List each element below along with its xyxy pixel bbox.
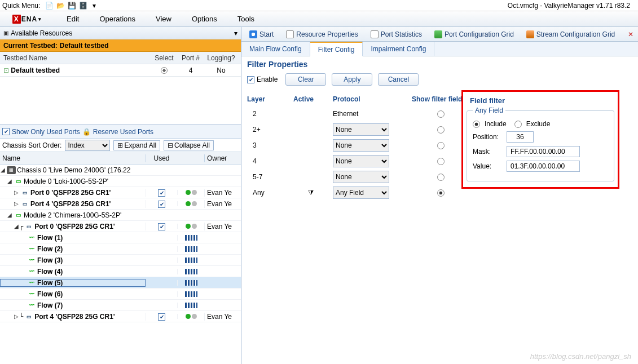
toggle-icon[interactable]: ▷ — [14, 189, 19, 196]
protocol-select[interactable]: None — [333, 171, 389, 183]
tree-label: Flow (3) — [37, 256, 63, 264]
toolbar-start[interactable]: Start — [246, 29, 277, 39]
tree-row[interactable]: 〰Flow (5) — [0, 277, 241, 288]
col-owner: Owner — [204, 154, 237, 162]
protocol-select[interactable]: None — [333, 123, 389, 136]
tree-row[interactable]: ◢▦Chassis 0 'Live Demo 2400G' (176.22 — [0, 165, 241, 176]
testbed-row[interactable]: ⊡ Default testbed 4 No — [0, 64, 241, 77]
port-icon: ▭ — [20, 200, 29, 208]
col-select: Select — [151, 54, 177, 62]
menu-options[interactable]: Options — [182, 15, 227, 23]
toolbar-resource-properties[interactable]: Resource Properties — [283, 29, 361, 39]
flow-icon: 〰 — [27, 301, 36, 309]
active-cell — [293, 137, 333, 153]
tree-label: Flow (6) — [37, 290, 63, 298]
menu-tools[interactable]: Tools — [227, 15, 265, 23]
tree-row[interactable]: ▷└▭Port 4 'QSFP28 25G CR1' Evan Ye — [0, 311, 241, 322]
used-checkbox[interactable] — [158, 313, 165, 321]
position-input[interactable] — [507, 131, 534, 143]
toolbar-port-configuration-grid[interactable]: Port Configuration Grid — [431, 29, 517, 39]
tree-row[interactable]: 〰Flow (4) — [0, 266, 241, 277]
mask-input[interactable] — [507, 146, 580, 157]
used-checkbox[interactable] — [158, 201, 165, 208]
toggle-icon[interactable]: ◢ — [7, 178, 12, 184]
tree-row[interactable]: 〰Flow (3) — [0, 255, 241, 266]
available-resources-header[interactable]: ▣ Available Resources ▾ — [0, 27, 241, 39]
tree-label: Module 2 'Chimera-100G-5S-2P' — [24, 211, 121, 219]
layer-cell: 2+ — [247, 122, 293, 137]
close-tab-icon[interactable]: ✕ — [628, 30, 633, 38]
flow-bar-icon — [185, 258, 197, 263]
apply-button[interactable]: Apply — [332, 73, 372, 86]
expander-icon[interactable]: ▣ — [3, 30, 8, 36]
toggle-icon[interactable]: ◢ — [0, 167, 6, 173]
toolbar-port-statistics[interactable]: Port Statistics — [367, 29, 425, 39]
chevron-down-icon[interactable]: ▾ — [234, 29, 237, 37]
toolbar-stream-configuration-grid[interactable]: Stream Configuration Grid — [523, 29, 618, 39]
menu-operations[interactable]: Operations — [89, 15, 146, 23]
enable-checkbox[interactable] — [247, 76, 254, 83]
new-file-icon[interactable]: 📄 — [45, 1, 54, 10]
used-checkbox[interactable] — [158, 189, 165, 197]
show-filter-radio[interactable] — [437, 158, 445, 165]
lock-icon: 🔒 — [82, 128, 91, 136]
tree-row[interactable]: 〰Flow (1) — [0, 232, 241, 243]
cfg-icon — [434, 30, 442, 38]
include-radio[interactable] — [473, 121, 480, 128]
menu-edit[interactable]: Edit — [56, 15, 89, 23]
used-checkbox[interactable] — [158, 223, 165, 230]
tab-filter-config[interactable]: Filter Config — [310, 42, 363, 56]
tree-row[interactable]: 〰Flow (6) — [0, 288, 241, 300]
collapse-icon: ⊟ — [168, 141, 173, 149]
tree-row[interactable]: ▷▭Port 0 'QSFP28 25G CR1' Evan Ye — [0, 187, 241, 198]
tree-row[interactable]: ◢▭Module 0 'Loki-100G-5S-2P' — [0, 176, 241, 187]
open-folder-icon[interactable]: 📂 — [56, 1, 65, 10]
stat-icon — [371, 30, 379, 38]
show-filter-radio[interactable] — [437, 110, 445, 118]
exclude-radio[interactable] — [514, 121, 522, 128]
chassis-sort-select[interactable]: Index — [65, 140, 110, 151]
sort-row: Chassis Sort Order: Index ⊞Expand All ⊟C… — [0, 139, 241, 152]
tab-main-flow-config[interactable]: Main Flow Config — [241, 42, 310, 56]
dropdown-icon[interactable]: ▾ — [90, 1, 99, 10]
tree-row[interactable]: ◢┌▭Port 0 'QSFP28 25G CR1' Evan Ye — [0, 221, 241, 232]
reserve-used-ports-label[interactable]: Reserve Used Ports — [93, 128, 153, 136]
tree-row[interactable]: 〰Flow (7) — [0, 300, 241, 311]
tree-row[interactable]: ▷▭Port 4 'QSFP28 25G CR1' Evan Ye — [0, 198, 241, 210]
tree-row[interactable]: ◢▭Module 2 'Chimera-100G-5S-2P' — [0, 210, 241, 221]
tree-header: Name Used Owner — [0, 152, 241, 165]
expand-all-button[interactable]: ⊞Expand All — [113, 140, 160, 150]
toggle-icon[interactable]: ▷ — [14, 313, 19, 319]
expand-icon: ⊞ — [117, 141, 123, 149]
toggle-icon[interactable]: ▷ — [14, 201, 19, 207]
save-icon[interactable]: 💾 — [67, 1, 76, 10]
show-filter-radio[interactable] — [437, 189, 445, 197]
collapse-all-button[interactable]: ⊟Collapse All — [164, 140, 214, 150]
tab-impairment-config[interactable]: Impairment Config — [363, 42, 434, 56]
show-filter-radio[interactable] — [437, 126, 445, 134]
protocol-select[interactable]: None — [333, 155, 389, 167]
toggle-icon[interactable]: ◢ — [14, 223, 19, 229]
toggle-icon[interactable]: ◢ — [7, 212, 12, 218]
protocol-select[interactable]: None — [333, 139, 389, 152]
cancel-button[interactable]: Cancel — [378, 73, 419, 86]
tree-label: Module 0 'Loki-100G-5S-2P' — [24, 177, 108, 185]
col-active: Active — [293, 92, 333, 106]
mask-label: Mask: — [473, 148, 502, 156]
active-cell — [293, 122, 333, 137]
value-input[interactable] — [507, 161, 580, 172]
flow-icon: 〰 — [27, 290, 36, 298]
show-filter-radio[interactable] — [437, 174, 445, 181]
chassis-icon: ▦ — [7, 166, 16, 174]
funnel-icon: ⧩ — [308, 189, 314, 197]
flow-bar-icon — [185, 291, 197, 297]
show-only-used-checkbox[interactable] — [2, 128, 10, 135]
owner-cell: Evan Ye — [204, 313, 237, 321]
menu-view[interactable]: View — [146, 15, 182, 23]
protocol-select[interactable]: Any Field — [333, 187, 389, 199]
tree-row[interactable]: 〰Flow (2) — [0, 243, 241, 255]
clear-button[interactable]: Clear — [285, 73, 326, 86]
show-filter-radio[interactable] — [437, 142, 445, 149]
settings-icon[interactable]: 🗄️ — [78, 1, 87, 10]
owner-cell: Evan Ye — [204, 189, 237, 197]
